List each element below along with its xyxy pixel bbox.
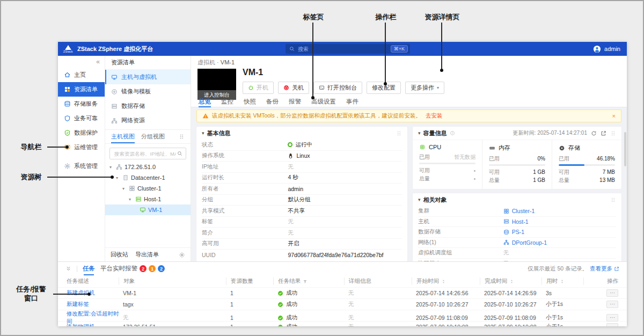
network-link[interactable]: DPortGroup-1 (503, 239, 547, 246)
info-icon (450, 130, 455, 136)
capacity-memory: 内存 已用0% 可用1 GB 总量1 GB (482, 140, 552, 189)
tree-node-datacenter[interactable]: ▾ Datacenter-1 (105, 172, 191, 183)
export-list-button[interactable]: 导出清单 (135, 251, 159, 259)
tab-group-view[interactable]: 分组视图 (141, 130, 165, 143)
annotation-line-tab-page (312, 23, 313, 97)
tab-events[interactable]: 事件 (346, 98, 358, 107)
open-console-button[interactable]: 打开控制台 (313, 82, 362, 94)
sort-icon[interactable] (441, 279, 446, 284)
global-search[interactable]: ⌘+K (286, 44, 410, 54)
tab-tasks[interactable]: 任务 (83, 262, 95, 275)
caret-down-icon[interactable]: ▾ (418, 130, 421, 136)
resource-panel-footer: 回收站 导出清单 (105, 247, 191, 261)
cluster-icon (129, 185, 135, 192)
shield-check-icon (64, 129, 71, 136)
annotation-line-nav-bar (47, 147, 67, 148)
drag-handle-icon[interactable] (610, 197, 616, 203)
sidebar-collapse-button[interactable]: « (96, 58, 100, 65)
capacity-title: 容量信息 (423, 129, 447, 137)
task-link[interactable]: 新建虚拟机 (67, 289, 123, 297)
tab-advanced[interactable]: 高级设置 (311, 98, 336, 107)
vm-monitor-icon (140, 207, 146, 213)
view-switch-icon[interactable] (179, 134, 185, 140)
detail-tabs: 总览 监控 快照 备份 报警 高级设置 事件 (191, 98, 627, 107)
updated-time: 更新时间: 2025-07-14 14:27:01 (513, 129, 587, 137)
sidebar-item-home[interactable]: 主页 (58, 68, 105, 82)
tab-alarm[interactable]: 报警 (289, 98, 301, 107)
running-status-icon (288, 142, 292, 147)
view-tabs: 主机视图 分组视图 (105, 129, 191, 144)
duration-header: 用时 (541, 277, 588, 285)
sidebar-item-storage[interactable]: 存储服务 (58, 97, 105, 111)
tree-node-vm[interactable]: VM-1 (105, 204, 191, 215)
row-actions-button[interactable]: ··· (606, 301, 618, 308)
tree-node-network[interactable]: ▾ 172.26.51.0 (105, 162, 191, 172)
row-actions-button[interactable]: ··· (606, 314, 618, 322)
sort-icon[interactable] (560, 279, 565, 284)
install-vmtools-link[interactable]: 去安装 (426, 112, 443, 120)
content-scrollbar[interactable] (624, 132, 626, 166)
user-menu[interactable]: admin (593, 42, 620, 56)
sidebar-item-data-protection[interactable]: 数据保护 (58, 126, 105, 140)
success-check-icon (277, 315, 283, 321)
sidebar-item-resources[interactable]: 资源清单 (58, 82, 105, 97)
caret-down-icon[interactable]: ▾ (109, 165, 114, 170)
host-link[interactable]: Host-1 (503, 218, 529, 225)
view-more-link[interactable]: 查看更多 (590, 265, 619, 273)
sort-icon[interactable] (509, 279, 514, 284)
tab-monitoring[interactable]: 监控 (221, 98, 233, 107)
datastore-link[interactable]: PS-1 (503, 229, 524, 235)
caret-down-icon[interactable]: ▾ (122, 186, 127, 191)
recycle-bin-button[interactable]: 回收站 (111, 251, 128, 259)
breadcrumb-root[interactable]: 虚拟机 (197, 59, 215, 65)
task-link[interactable]: 添加物理机 (67, 323, 123, 326)
row-actions-button[interactable]: ··· (606, 289, 618, 297)
filter-funnel-icon[interactable] (303, 279, 308, 284)
tree-search[interactable] (109, 148, 186, 159)
row-actions-button[interactable]: ··· (606, 323, 618, 326)
caret-down-icon[interactable]: ▾ (129, 197, 133, 202)
global-search-input[interactable] (297, 46, 391, 53)
sidebar-item-system[interactable]: 系统管理 (58, 159, 105, 173)
tree-search-input[interactable] (113, 150, 177, 157)
power-off-icon (283, 85, 289, 91)
power-on-button[interactable]: 开机 (243, 82, 274, 94)
tab-snapshot[interactable]: 快照 (244, 98, 256, 107)
zstack-logo: ZStack (63, 45, 73, 53)
caret-down-icon[interactable]: ▾ (202, 130, 204, 136)
more-actions-button[interactable]: 更多操作 ▾ (405, 82, 444, 94)
resource-item-network[interactable]: 网络资源 (105, 113, 191, 128)
external-link-icon[interactable] (601, 130, 606, 136)
power-off-button[interactable]: 关机 (278, 82, 309, 94)
resource-item-datastore[interactable]: 数据存储 (105, 99, 191, 113)
memory-icon (489, 145, 495, 151)
tab-overview[interactable]: 总览 (199, 98, 211, 107)
sidebar-item-reliability[interactable]: 业务可靠 (58, 111, 105, 126)
cluster-link[interactable]: Cluster-1 (503, 208, 535, 214)
tab-backup[interactable]: 备份 (266, 98, 279, 107)
annotation-dot-resource-detail (440, 69, 443, 72)
resource-item-images[interactable]: 镜像与模板 (105, 84, 191, 99)
chevrons-down-icon (65, 266, 71, 272)
success-check-icon (277, 302, 283, 308)
warning-icon (202, 113, 209, 119)
drag-handle-icon[interactable] (396, 130, 402, 136)
tab-host-view[interactable]: 主机视图 (111, 130, 135, 143)
caret-down-icon[interactable]: ▾ (116, 176, 120, 180)
cluster-icon (503, 208, 509, 214)
panel-collapse-button[interactable] (65, 266, 71, 272)
drag-handle-icon[interactable] (610, 130, 616, 136)
basic-info-title: 基本信息 (207, 129, 231, 137)
task-link[interactable]: 新建标签 (67, 301, 123, 308)
tab-platform-alarms[interactable]: 平台实时报警 2 1 2 (100, 262, 165, 275)
tree-node-cluster[interactable]: ▾ Cluster-1 (105, 183, 191, 194)
annotation-dot-resource-tree (111, 176, 114, 179)
gear-icon[interactable] (179, 252, 185, 258)
table-row: 修改配置:会话超时时间 无 1 成功 无 2025-07-09 11:08:09… (58, 310, 627, 321)
caret-down-icon[interactable]: ▾ (418, 197, 421, 202)
resource-item-hosts-vms[interactable]: 主机与虚拟机 (105, 70, 191, 84)
annotation-line-resource-tree (47, 177, 112, 178)
tree-node-host[interactable]: ▾ Host-1 (105, 194, 191, 204)
close-icon[interactable]: × (612, 113, 616, 119)
refresh-icon[interactable] (591, 130, 597, 136)
